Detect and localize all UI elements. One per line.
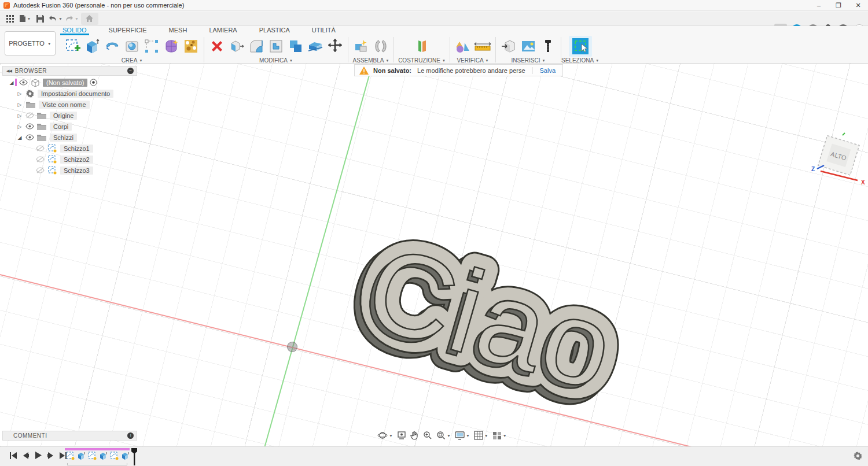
- hole-icon[interactable]: [123, 36, 141, 56]
- eye-icon[interactable]: [25, 134, 34, 140]
- volumetric-lattice-icon[interactable]: [182, 36, 200, 56]
- measure-icon[interactable]: [473, 36, 492, 56]
- tree-label[interactable]: Schizzo3: [60, 167, 93, 175]
- revolve-icon[interactable]: [103, 36, 122, 56]
- zoom-icon[interactable]: [423, 431, 432, 440]
- pattern-icon[interactable]: [142, 36, 161, 56]
- view-cube[interactable]: ALTO Z X: [808, 132, 868, 187]
- tab-plastica[interactable]: PLASTICA: [257, 26, 292, 35]
- save-link[interactable]: Salva: [533, 67, 563, 74]
- minimize-button[interactable]: –: [809, 0, 829, 10]
- construction-plane-icon[interactable]: [413, 36, 431, 56]
- group-label-seleziona[interactable]: SELEZIONA▼: [561, 57, 599, 64]
- group-label-assembla[interactable]: ASSEMBLA▼: [353, 57, 389, 64]
- inspect-shapes-icon[interactable]: [454, 36, 472, 56]
- save-icon[interactable]: [34, 13, 46, 25]
- look-at-icon[interactable]: [397, 431, 406, 440]
- timeline-extrude-icon[interactable]: [77, 452, 86, 460]
- eye-off-icon[interactable]: [25, 112, 34, 119]
- timeline-sketch-icon[interactable]: [66, 452, 75, 460]
- app-grid-icon[interactable]: [3, 13, 16, 25]
- timeline-extrude-icon[interactable]: [121, 452, 130, 460]
- eye-off-icon[interactable]: [36, 156, 45, 162]
- tree-label[interactable]: (Non salvato): [43, 79, 87, 87]
- tab-superficie[interactable]: SUPERFICIE: [106, 26, 149, 35]
- split-body-icon[interactable]: [306, 36, 325, 56]
- collapse-panel-icon[interactable]: ◀◀: [6, 69, 12, 73]
- tree-row-origin[interactable]: ▷ Origine: [2, 110, 153, 121]
- select-icon[interactable]: [569, 36, 592, 57]
- tab-lamiera[interactable]: LAMIERA: [207, 26, 239, 35]
- tree-label[interactable]: Impostazioni documento: [38, 90, 113, 98]
- eye-off-icon[interactable]: [36, 145, 45, 151]
- tree-label[interactable]: Viste con nome: [39, 101, 90, 109]
- tree-row-named-views[interactable]: ▷ Viste con nome: [2, 99, 153, 110]
- pan-icon[interactable]: [410, 431, 419, 440]
- fastener-icon[interactable]: [539, 36, 557, 56]
- delete-icon[interactable]: [208, 36, 226, 56]
- tree-label[interactable]: Schizzo1: [60, 145, 93, 153]
- move-icon[interactable]: [326, 36, 344, 56]
- timeline-playhead[interactable]: [130, 448, 138, 465]
- expand-icon[interactable]: ▷: [16, 102, 23, 108]
- timeline-sketch-icon[interactable]: [110, 452, 119, 460]
- tree-label[interactable]: Schizzo2: [60, 156, 93, 164]
- insert-derive-icon[interactable]: [499, 36, 518, 56]
- group-label-inserisci[interactable]: INSERISCI▼: [512, 57, 546, 64]
- group-label-costruzione[interactable]: COSTRUZIONE▼: [398, 57, 446, 64]
- close-button[interactable]: ✕: [848, 0, 868, 10]
- tree-label[interactable]: Schizzi: [50, 134, 77, 142]
- expand-icon[interactable]: ◢: [8, 80, 15, 86]
- expand-icon[interactable]: ◢: [16, 135, 23, 140]
- tree-label[interactable]: Origine: [50, 112, 77, 120]
- orbit-icon[interactable]: ▼: [377, 431, 393, 440]
- viewports-icon[interactable]: ▼: [492, 431, 507, 440]
- timeline-extrude-icon[interactable]: [99, 452, 108, 460]
- redo-icon[interactable]: ▼: [65, 13, 79, 25]
- shell-icon[interactable]: [267, 36, 285, 56]
- expand-comments-icon[interactable]: ↑: [127, 432, 134, 439]
- undo-icon[interactable]: ▼: [49, 13, 62, 25]
- new-component-icon[interactable]: [352, 36, 370, 56]
- expand-icon[interactable]: ▷: [16, 113, 23, 119]
- tree-label[interactable]: Corpi: [50, 123, 72, 131]
- tree-row-root[interactable]: ◢ (Non salvato): [2, 77, 153, 88]
- eye-off-icon[interactable]: [36, 167, 45, 173]
- step-back-icon[interactable]: [23, 452, 30, 459]
- active-document-radio-icon[interactable]: [90, 79, 97, 86]
- expand-icon[interactable]: ▷: [16, 91, 23, 97]
- tab-solido[interactable]: SOLIDO: [60, 26, 89, 35]
- minimize-panel-icon[interactable]: −: [127, 68, 134, 74]
- group-label-verifica[interactable]: VERIFICA▼: [457, 57, 488, 64]
- display-settings-icon[interactable]: ▼: [455, 431, 470, 440]
- browser-panel-header[interactable]: ◀◀ BROWSER −: [2, 66, 137, 76]
- tree-row-sketch1[interactable]: Schizzo1: [2, 143, 153, 154]
- tree-row-sketch2[interactable]: Schizzo2: [2, 154, 153, 165]
- grid-settings-icon[interactable]: ▼: [474, 431, 488, 440]
- restore-button[interactable]: ❐: [829, 0, 848, 10]
- fillet-icon[interactable]: [247, 36, 266, 56]
- fit-icon[interactable]: ▼: [436, 431, 451, 440]
- press-pull-icon[interactable]: [227, 36, 246, 56]
- comments-panel-header[interactable]: COMMENTI ↑: [2, 431, 137, 441]
- step-forward-icon[interactable]: [47, 452, 54, 459]
- canvas-icon[interactable]: [519, 36, 538, 56]
- eye-icon[interactable]: [19, 79, 28, 86]
- tree-row-bodies[interactable]: ▷ Corpi: [2, 121, 153, 132]
- tree-row-sketch3[interactable]: Schizzo3: [2, 165, 153, 176]
- skip-to-start-icon[interactable]: [9, 452, 17, 459]
- tree-row-sketches[interactable]: ◢ Schizzi: [2, 132, 153, 143]
- joint-icon[interactable]: [372, 36, 390, 56]
- extrude-icon[interactable]: [83, 36, 102, 56]
- play-icon[interactable]: [35, 452, 42, 459]
- group-label-modifica[interactable]: MODIFICA▼: [259, 57, 293, 64]
- create-sketch-icon[interactable]: [64, 36, 82, 56]
- combine-icon[interactable]: [286, 36, 305, 56]
- expand-icon[interactable]: ▷: [16, 124, 23, 130]
- group-label-crea[interactable]: CREA▼: [122, 57, 143, 64]
- home-icon[interactable]: [81, 13, 98, 25]
- tree-row-document-settings[interactable]: ▷ Impostazioni documento: [2, 88, 153, 99]
- eye-icon[interactable]: [25, 123, 34, 130]
- new-file-icon[interactable]: ▼: [19, 13, 31, 25]
- tab-mesh[interactable]: MESH: [167, 26, 190, 35]
